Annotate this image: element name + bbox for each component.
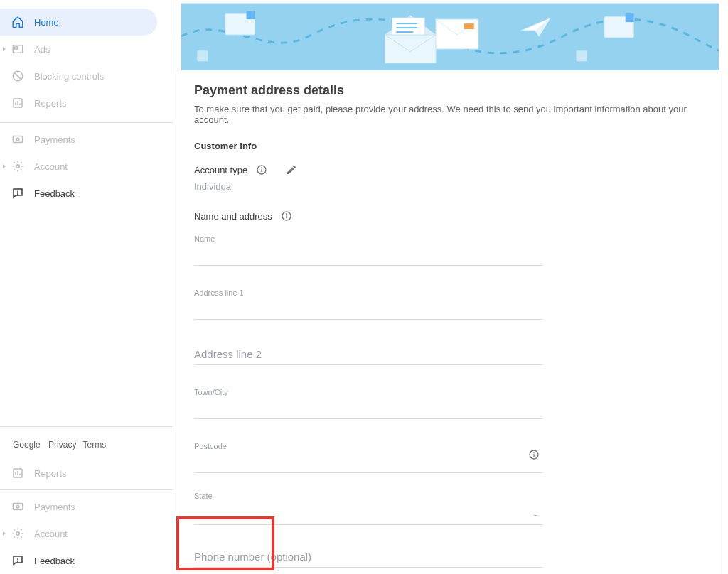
svg-rect-31 [464, 23, 474, 29]
gear-icon [11, 160, 24, 173]
account-type-label: Account type [194, 165, 247, 175]
name-label: Name [194, 234, 542, 243]
svg-rect-17 [13, 504, 23, 510]
sidebar-item-reports[interactable]: Reports [0, 90, 173, 117]
sidebar-item-account-dup[interactable]: Account [0, 520, 173, 547]
sidebar-item-home[interactable]: Home [0, 9, 157, 36]
illustration-banner [181, 4, 719, 70]
sidebar-label: Reports [34, 98, 67, 109]
svg-point-12 [18, 194, 18, 195]
sidebar-label: Payments [34, 502, 75, 512]
address-line1-input[interactable] [194, 301, 542, 320]
sidebar-item-feedback-dup[interactable]: Feedback [0, 547, 173, 574]
feedback-icon [11, 187, 24, 200]
terms-link[interactable]: Terms [83, 440, 107, 450]
postcode-label: Postcode [194, 442, 542, 450]
sidebar-item-account[interactable]: Account [0, 153, 173, 180]
payment-card: Payment address details To make sure tha… [181, 3, 719, 574]
address-line2-input[interactable] [194, 347, 542, 365]
svg-point-21 [18, 561, 18, 562]
sidebar-label: Home [34, 17, 59, 28]
sidebar-item-payments-dup[interactable]: Payments [0, 493, 173, 520]
sidebar-item-reports-dup[interactable]: Reports [0, 460, 173, 487]
reports-icon [11, 467, 24, 480]
sidebar: Home Ads Blocking controls Reports [0, 0, 173, 574]
state-select[interactable] [194, 504, 542, 525]
edit-icon[interactable] [286, 164, 297, 175]
sidebar-item-blocking[interactable]: Blocking controls [0, 63, 173, 90]
main-content: Payment address details To make sure tha… [181, 0, 728, 574]
state-label: State [194, 492, 542, 500]
svg-point-19 [16, 532, 20, 536]
svg-point-10 [16, 165, 20, 168]
info-icon[interactable] [281, 210, 292, 222]
gear-icon [11, 527, 24, 540]
svg-point-40 [286, 214, 287, 215]
svg-rect-24 [197, 50, 208, 62]
feedback-icon [11, 554, 24, 567]
svg-point-18 [16, 505, 19, 508]
svg-rect-34 [626, 13, 634, 22]
sidebar-item-feedback[interactable]: Feedback [0, 180, 173, 207]
page-title: Payment address details [194, 83, 706, 98]
svg-rect-1 [15, 47, 18, 49]
sidebar-label: Account [34, 529, 68, 539]
account-type-value: Individual [194, 181, 706, 192]
sidebar-label: Feedback [34, 556, 75, 566]
svg-point-9 [16, 138, 19, 141]
page-subtitle: To make sure that you get paid, please p… [194, 104, 706, 125]
svg-rect-29 [385, 35, 436, 63]
ads-icon [11, 43, 24, 55]
chevron-down-icon [531, 511, 540, 520]
name-input[interactable] [194, 247, 542, 266]
svg-rect-23 [247, 11, 255, 19]
phone-input[interactable] [194, 549, 542, 568]
postcode-input[interactable] [194, 455, 542, 473]
payments-icon [11, 500, 24, 513]
town-input[interactable] [194, 401, 542, 419]
svg-line-3 [14, 72, 21, 80]
info-icon[interactable] [256, 164, 267, 175]
sidebar-label: Blocking controls [34, 71, 104, 82]
privacy-link[interactable]: Privacy [48, 440, 76, 450]
home-icon [11, 16, 24, 28]
payments-icon [11, 133, 24, 146]
name-address-label: Name and address [194, 211, 272, 222]
svg-rect-8 [13, 136, 23, 143]
svg-point-43 [534, 453, 535, 453]
sidebar-label: Payments [34, 134, 75, 145]
customer-info-heading: Customer info [194, 141, 706, 151]
addr1-label: Address line 1 [194, 288, 542, 297]
reports-icon [11, 97, 24, 109]
town-label: Town/City [194, 388, 542, 396]
sidebar-item-payments[interactable]: Payments [0, 126, 173, 153]
svg-rect-32 [576, 50, 587, 62]
svg-point-37 [262, 168, 262, 168]
sidebar-item-ads[interactable]: Ads [0, 36, 173, 63]
sidebar-label: Account [34, 161, 68, 172]
google-logo-text: Google [13, 440, 41, 450]
block-icon [11, 70, 24, 82]
sidebar-label: Feedback [34, 188, 75, 199]
sidebar-label: Ads [34, 44, 50, 55]
info-icon[interactable] [528, 449, 540, 460]
sidebar-footer: Google Privacy Terms [0, 430, 173, 460]
sidebar-label: Reports [34, 468, 67, 479]
